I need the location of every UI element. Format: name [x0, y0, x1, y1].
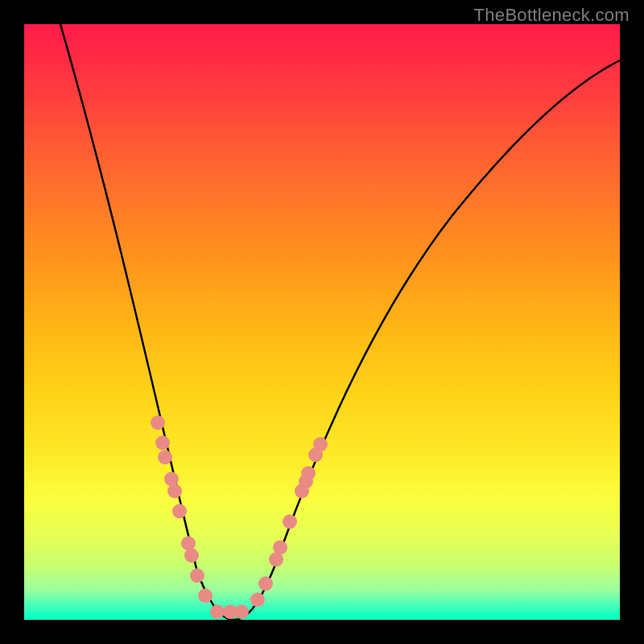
bottleneck-curve: [60, 24, 620, 620]
data-point: [313, 437, 328, 452]
data-point: [250, 592, 265, 607]
data-point: [158, 450, 172, 464]
watermark-text: TheBottleneck.com: [474, 5, 630, 26]
data-points-group: [151, 415, 328, 619]
data-point: [167, 484, 182, 498]
data-point: [198, 588, 213, 603]
data-point: [301, 466, 316, 481]
data-point: [184, 548, 199, 563]
data-point: [234, 605, 249, 619]
chart-svg: [24, 24, 620, 620]
data-point: [258, 576, 273, 591]
data-point: [151, 415, 165, 430]
data-point: [172, 504, 187, 518]
data-point: [283, 514, 297, 529]
data-point: [210, 605, 225, 619]
data-point: [190, 568, 204, 583]
chart-plot-area: [24, 24, 620, 620]
data-point: [273, 540, 287, 555]
data-point: [155, 436, 170, 450]
